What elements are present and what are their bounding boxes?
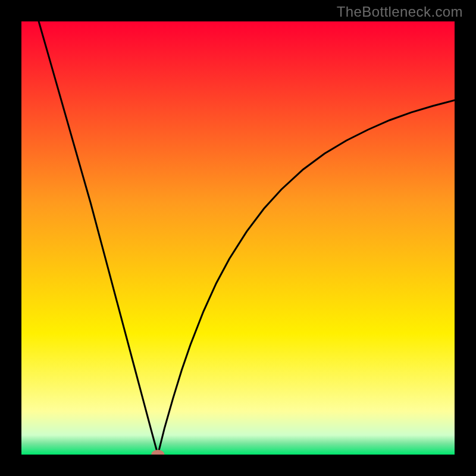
chart-frame: TheBottleneck.com [0, 0, 476, 476]
watermark-text: TheBottleneck.com [337, 4, 463, 20]
chart-plot [21, 21, 455, 455]
gradient-background [21, 21, 455, 455]
